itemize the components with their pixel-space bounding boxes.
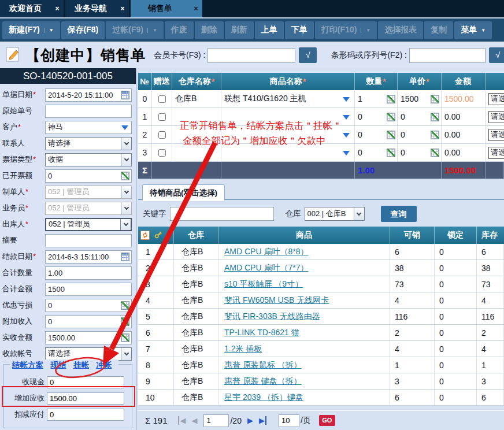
- field-control[interactable]: 1500.00: [45, 331, 132, 344]
- price-cell[interactable]: 1500: [398, 90, 442, 108]
- gift-checkbox[interactable]: [158, 131, 166, 139]
- table-row[interactable]: 5 仓库B 斐讯 FIR-303B 无线路由器 116 0 116: [138, 309, 504, 325]
- product-dropdown-icon[interactable]: [343, 97, 350, 105]
- toolbar-button[interactable]: 选择报表: [378, 21, 423, 39]
- field-input[interactable]: [46, 285, 131, 294]
- settlement-link[interactable]: 现结: [50, 361, 66, 369]
- table-row[interactable]: 8 仓库B 惠普 原装鼠标 （拆） 1 0 1: [138, 357, 504, 373]
- field-picker-icon[interactable]: [121, 91, 129, 99]
- field-input[interactable]: [47, 392, 124, 405]
- settlement-link[interactable]: 挂帐: [73, 361, 89, 369]
- field-input[interactable]: [46, 333, 121, 342]
- barcode-input[interactable]: [409, 48, 486, 63]
- toolbar-button[interactable]: 打印(F10) ▼: [315, 21, 377, 39]
- gift-checkbox[interactable]: [158, 113, 166, 121]
- member-card-confirm-button[interactable]: √: [299, 47, 317, 63]
- scheme-select[interactable]: 请选择: [488, 111, 504, 123]
- product-link[interactable]: 1.2米 插板: [224, 344, 262, 354]
- table-row[interactable]: 3 仓库B s10 平板触屏 （9寸） 73 0 73: [138, 276, 504, 292]
- product-link[interactable]: TP-LINK TD-8621 猫: [224, 328, 299, 338]
- product-link[interactable]: 斐讯 FW605M USB 无线网卡: [224, 295, 329, 306]
- field-control[interactable]: 请选择: [45, 347, 132, 361]
- product-dropdown-icon[interactable]: [343, 115, 350, 123]
- field-control[interactable]: 1.00: [45, 266, 132, 280]
- product-link[interactable]: 惠普 原装 键盘（拆）: [224, 376, 302, 387]
- calculator-icon[interactable]: [387, 131, 395, 139]
- table-row[interactable]: 9 仓库B 惠普 原装 键盘（拆） 3 0 3: [138, 373, 504, 390]
- warehouse-select[interactable]: 002 | 仓库B: [305, 207, 365, 221]
- field-input[interactable]: [46, 236, 131, 245]
- close-icon[interactable]: ×: [116, 5, 129, 13]
- field-control[interactable]: 神马: [45, 121, 132, 134]
- calculator-icon[interactable]: [387, 95, 395, 103]
- chevron-down-icon[interactable]: [121, 186, 131, 198]
- page-size-input[interactable]: [279, 414, 299, 427]
- calculator-icon[interactable]: [431, 113, 439, 121]
- qty-cell[interactable]: 1: [355, 90, 398, 108]
- field-input[interactable]: [46, 317, 121, 326]
- field-control[interactable]: [45, 105, 132, 118]
- gift-checkbox[interactable]: [158, 95, 166, 103]
- field-picker-icon[interactable]: [121, 333, 129, 342]
- field-input[interactable]: [46, 172, 121, 180]
- key-icon[interactable]: [154, 231, 162, 240]
- field-input[interactable]: [47, 376, 124, 388]
- refresh-icon[interactable]: [140, 231, 150, 240]
- dropdown-arrow-icon[interactable]: ▼: [44, 28, 54, 33]
- field-input[interactable]: [46, 107, 131, 116]
- chevron-down-icon[interactable]: [120, 219, 131, 230]
- app-tab[interactable]: 业务导航 ×: [65, 0, 131, 17]
- calculator-icon[interactable]: [431, 131, 439, 139]
- first-page-icon[interactable]: ◀: [178, 416, 186, 425]
- field-control[interactable]: 请选择: [45, 137, 132, 150]
- table-row[interactable]: 6 仓库B TP-LINK TD-8621 猫 2 0 2: [138, 325, 504, 341]
- dropdown-arrow-icon[interactable]: ▼: [147, 28, 157, 33]
- next-page-icon[interactable]: ▶: [247, 416, 253, 425]
- field-control[interactable]: 收据: [45, 153, 132, 166]
- close-icon[interactable]: ×: [190, 5, 202, 13]
- query-button[interactable]: 查询: [381, 206, 417, 222]
- product-link[interactable]: AMD CPU 扇叶（8*8）: [224, 247, 308, 257]
- field-picker-icon[interactable]: [121, 301, 129, 310]
- gift-checkbox[interactable]: [158, 149, 166, 157]
- member-card-input[interactable]: [207, 48, 295, 63]
- table-row[interactable]: 4 仓库B 斐讯 FW605M USB 无线网卡 4 0 4: [138, 292, 504, 309]
- settlement-link[interactable]: 冲帐: [96, 361, 112, 369]
- toolbar-button[interactable]: 复制: [424, 21, 453, 39]
- price-cell[interactable]: 0: [398, 108, 442, 125]
- field-control[interactable]: 1500: [45, 283, 132, 296]
- app-tab[interactable]: 欢迎首页 ×: [0, 0, 65, 17]
- toolbar-button[interactable]: 刷新: [225, 21, 254, 39]
- chevron-down-icon[interactable]: [121, 154, 131, 166]
- scheme-select[interactable]: 请选择: [488, 129, 504, 141]
- table-row[interactable]: 7 仓库B 1.2米 插板 4 0 4: [138, 341, 504, 357]
- chevron-down-icon[interactable]: [121, 202, 131, 214]
- toolbar-button[interactable]: 菜单 ▼: [454, 21, 492, 39]
- calculator-icon[interactable]: [431, 149, 439, 157]
- product-link[interactable]: 斐讯 FIR-303B 无线路由器: [224, 312, 320, 322]
- field-picker-icon[interactable]: [121, 253, 129, 261]
- qty-cell[interactable]: 0: [355, 108, 398, 125]
- field-picker-icon[interactable]: [121, 317, 129, 326]
- toolbar-button[interactable]: 删除: [195, 21, 224, 39]
- field-picker-icon[interactable]: [121, 172, 129, 180]
- toolbar-button[interactable]: 下单: [285, 21, 314, 39]
- table-row[interactable]: 10 仓库B 星宇 2039 （拆）键盘 6 0 6: [138, 390, 504, 406]
- toolbar-button[interactable]: 保存(F8): [61, 21, 105, 39]
- field-control[interactable]: 2014-6-3 15:11:00: [45, 250, 132, 264]
- field-input[interactable]: [46, 301, 121, 310]
- scheme-select[interactable]: 请选择: [488, 147, 504, 159]
- toolbar-button[interactable]: 作废: [165, 21, 194, 39]
- calculator-icon[interactable]: [387, 149, 395, 157]
- chevron-down-icon[interactable]: [121, 138, 131, 150]
- prev-page-icon[interactable]: ◀: [191, 416, 197, 425]
- qty-cell[interactable]: 0: [355, 126, 398, 143]
- table-row[interactable]: 2 仓库B AMD CPU 扇叶（7*7） 38 0 38: [138, 260, 504, 276]
- barcode-confirm-button[interactable]: √: [489, 47, 504, 63]
- toolbar-button[interactable]: 过帐(F9) ▼: [106, 21, 164, 39]
- field-input[interactable]: [46, 253, 121, 261]
- field-control[interactable]: 0: [45, 169, 132, 183]
- tab-pending-products[interactable]: 待销商品(双击选择): [142, 184, 225, 201]
- chevron-down-icon[interactable]: [121, 348, 131, 360]
- dropdown-arrow-icon[interactable]: ▼: [361, 28, 370, 33]
